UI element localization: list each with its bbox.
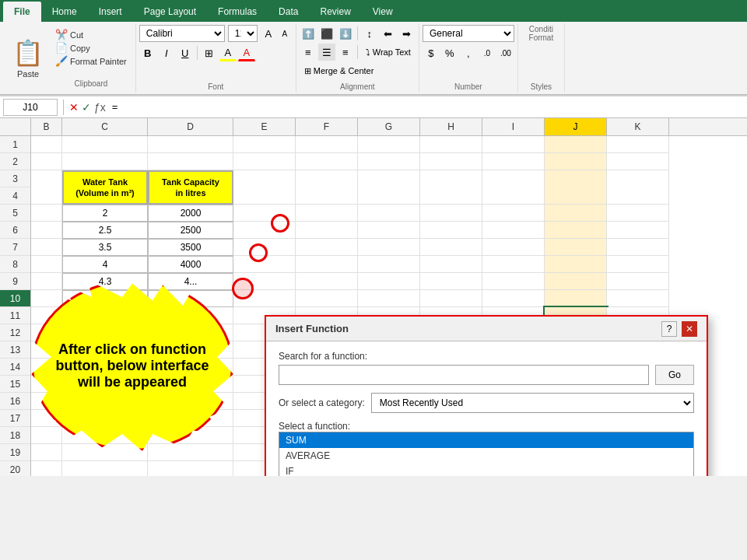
tab-file[interactable]: File bbox=[3, 2, 41, 22]
cell-b5[interactable] bbox=[31, 222, 62, 239]
cell-j6[interactable] bbox=[545, 239, 607, 256]
cell-f5[interactable] bbox=[296, 222, 358, 239]
cell-b8[interactable] bbox=[31, 273, 62, 290]
cell-g4[interactable] bbox=[358, 205, 420, 222]
bold-button[interactable]: B bbox=[139, 44, 156, 61]
col-header-e[interactable]: E bbox=[233, 118, 296, 135]
row-3[interactable]: 3 bbox=[0, 170, 30, 187]
cancel-formula-button[interactable]: ✕ bbox=[69, 101, 79, 114]
increase-decimal-button[interactable]: .0 bbox=[479, 44, 496, 61]
cell-d5[interactable]: 2500 bbox=[148, 222, 233, 239]
cell-i3[interactable] bbox=[482, 170, 545, 205]
align-bottom-button[interactable]: ⬇️ bbox=[337, 25, 354, 42]
cell-j5[interactable] bbox=[545, 222, 607, 239]
cell-d1[interactable] bbox=[148, 136, 233, 153]
cell-f6[interactable] bbox=[296, 239, 358, 256]
cell-k5[interactable] bbox=[607, 222, 669, 239]
cell-c3[interactable]: Water Tank(Volume in m³) bbox=[62, 170, 148, 205]
wrap-text-button[interactable]: ⤵ Wrap Text bbox=[361, 44, 416, 61]
cell-i6[interactable] bbox=[482, 239, 545, 256]
cell-d7[interactable]: 4000 bbox=[148, 256, 233, 273]
cell-i8[interactable] bbox=[482, 273, 545, 290]
cell-g3[interactable] bbox=[358, 170, 420, 205]
cell-b17[interactable] bbox=[31, 427, 62, 444]
cell-f2[interactable] bbox=[296, 153, 358, 170]
cell-k3[interactable] bbox=[607, 170, 669, 205]
align-center-button[interactable]: ☰ bbox=[318, 44, 335, 61]
cell-b2[interactable] bbox=[31, 153, 62, 170]
cell-h7[interactable] bbox=[420, 256, 482, 273]
cell-i5[interactable] bbox=[482, 222, 545, 239]
cell-j9[interactable] bbox=[545, 290, 607, 307]
cell-j3[interactable] bbox=[545, 170, 607, 205]
col-header-d[interactable]: D bbox=[148, 118, 233, 135]
row-9[interactable]: 9 bbox=[0, 273, 30, 290]
cell-g7[interactable] bbox=[358, 256, 420, 273]
cell-c4[interactable]: 2 bbox=[62, 205, 148, 222]
cell-d6[interactable]: 3500 bbox=[148, 239, 233, 256]
cell-e2[interactable] bbox=[233, 153, 296, 170]
cell-c2[interactable] bbox=[62, 153, 148, 170]
cell-h9[interactable] bbox=[420, 290, 482, 307]
font-name-select[interactable]: Calibri bbox=[139, 25, 225, 42]
row-7[interactable]: 7 bbox=[0, 239, 30, 256]
font-shrink-button[interactable]: A bbox=[277, 26, 293, 41]
cell-h6[interactable] bbox=[420, 239, 482, 256]
row-10[interactable]: 10 bbox=[0, 290, 30, 307]
tab-formulas[interactable]: Formulas bbox=[207, 2, 268, 22]
cell-b4[interactable] bbox=[31, 205, 62, 222]
cut-button[interactable]: ✂️ Cut bbox=[53, 28, 129, 41]
tab-page-layout[interactable]: Page Layout bbox=[133, 2, 207, 22]
cell-f8[interactable] bbox=[296, 273, 358, 290]
cell-c18[interactable] bbox=[62, 444, 148, 461]
row-17[interactable]: 17 bbox=[0, 410, 30, 427]
cell-f7[interactable] bbox=[296, 256, 358, 273]
row-20[interactable]: 20 bbox=[0, 461, 30, 476]
cell-i2[interactable] bbox=[482, 153, 545, 170]
tab-insert[interactable]: Insert bbox=[88, 2, 133, 22]
function-item-sum[interactable]: SUM bbox=[279, 432, 693, 448]
cell-k9[interactable] bbox=[607, 290, 669, 307]
cell-b19[interactable] bbox=[31, 461, 62, 476]
cell-g1[interactable] bbox=[358, 136, 420, 153]
fill-color-button[interactable]: A bbox=[219, 44, 237, 61]
col-header-i[interactable]: I bbox=[482, 118, 545, 135]
cell-h1[interactable] bbox=[420, 136, 482, 153]
border-button[interactable]: ⊞ bbox=[201, 44, 218, 61]
function-search-input[interactable] bbox=[279, 365, 649, 385]
cell-g2[interactable] bbox=[358, 153, 420, 170]
cell-d18[interactable] bbox=[148, 444, 233, 461]
underline-button[interactable]: U bbox=[177, 44, 194, 61]
cell-k7[interactable] bbox=[607, 256, 669, 273]
function-item-if[interactable]: IF bbox=[279, 464, 693, 476]
cell-d8[interactable]: 4... bbox=[148, 273, 233, 290]
row-13[interactable]: 13 bbox=[0, 341, 30, 359]
cell-d4[interactable]: 2000 bbox=[148, 205, 233, 222]
col-header-h[interactable]: H bbox=[420, 118, 482, 135]
merge-center-button[interactable]: ⊞ Merge & Center bbox=[300, 62, 379, 79]
function-item-average[interactable]: AVERAGE bbox=[279, 448, 693, 464]
formula-input[interactable] bbox=[109, 100, 744, 114]
row-2[interactable]: 2 bbox=[0, 153, 30, 170]
row-15[interactable]: 15 bbox=[0, 376, 30, 393]
cell-c19[interactable] bbox=[62, 461, 148, 476]
cell-g5[interactable] bbox=[358, 222, 420, 239]
tab-home[interactable]: Home bbox=[41, 2, 88, 22]
row-11[interactable]: 11 bbox=[0, 307, 30, 324]
row-1[interactable]: 1 bbox=[0, 136, 30, 153]
align-right-button[interactable]: ≡ bbox=[337, 44, 354, 61]
cell-k6[interactable] bbox=[607, 239, 669, 256]
dialog-help-button[interactable]: ? bbox=[661, 321, 677, 337]
paste-button[interactable]: 📋 Paste bbox=[6, 25, 50, 91]
dialog-close-button[interactable]: ✕ bbox=[682, 321, 697, 337]
cell-c5[interactable]: 2.5 bbox=[62, 222, 148, 239]
cell-g9[interactable] bbox=[358, 290, 420, 307]
cell-i9[interactable] bbox=[482, 290, 545, 307]
accounting-button[interactable]: $ bbox=[423, 44, 440, 61]
cell-b7[interactable] bbox=[31, 256, 62, 273]
cell-f4[interactable] bbox=[296, 205, 358, 222]
function-list[interactable]: SUM AVERAGE IF HYPERLINK COUNT MAX SIN bbox=[279, 432, 694, 476]
cell-g8[interactable] bbox=[358, 273, 420, 290]
tab-review[interactable]: Review bbox=[309, 2, 361, 22]
align-top-button[interactable]: ⬆️ bbox=[300, 25, 317, 42]
